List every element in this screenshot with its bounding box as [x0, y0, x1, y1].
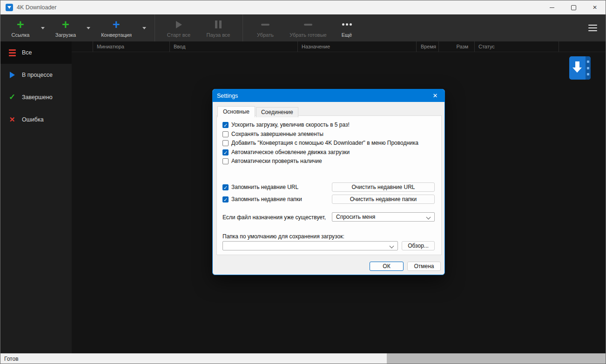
- add-conversion-dropdown-button[interactable]: [138, 14, 150, 41]
- sidebar: Все В процессе ✓ Завершено ✕ Ошибка: [0, 41, 72, 353]
- checkbox-keep-finished-label: Сохранять завершенные элементы: [231, 131, 323, 137]
- in-progress-play-icon: [8, 72, 16, 78]
- play-icon: [176, 21, 182, 28]
- clear-recent-folders-button[interactable]: Очистить недавние папки: [332, 195, 435, 204]
- status-text: Готов: [4, 356, 19, 362]
- settings-dialog: Settings ✕ Основные Соединение Ускорить …: [212, 89, 445, 275]
- minus-icon: [261, 24, 269, 26]
- checkbox-keep-finished[interactable]: [222, 131, 229, 137]
- sidebar-item-error[interactable]: ✕ Ошибка: [0, 108, 72, 131]
- remove-button[interactable]: Убрать: [247, 14, 283, 41]
- add-link-plus-icon: +: [17, 19, 24, 30]
- add-download-dropdown-button[interactable]: [82, 14, 94, 41]
- remove-finished-button[interactable]: Убрать готовые: [283, 14, 333, 41]
- sidebar-item-all-label: Все: [22, 49, 32, 56]
- checkbox-explorer-menu-label: Добавить "Конвертация с помощью 4K Downl…: [231, 140, 418, 146]
- checkbox-auto-check[interactable]: [222, 158, 229, 164]
- column-header-destination[interactable]: Назначение: [297, 41, 416, 52]
- checkbox-auto-update-engine-label: Автоматическое обновление движка загрузк…: [231, 149, 350, 155]
- toolbar-separator: [242, 14, 243, 41]
- sidebar-item-completed[interactable]: ✓ Завершено: [0, 86, 72, 108]
- status-section: Готов: [0, 353, 387, 364]
- sidebar-item-in-progress-label: В процессе: [22, 72, 53, 78]
- add-link-button[interactable]: + Ссылка: [4, 14, 37, 41]
- remove-finished-label: Убрать готовые: [290, 32, 326, 38]
- chevron-down-icon: [426, 215, 431, 220]
- column-header-time[interactable]: Время: [416, 41, 438, 52]
- checkbox-explorer-menu[interactable]: [222, 140, 229, 146]
- option-row: Запомнить недавние папки: [222, 196, 302, 202]
- browse-button[interactable]: Обзор...: [402, 241, 435, 250]
- maximize-button[interactable]: [563, 0, 584, 14]
- checkbox-remember-folders[interactable]: [222, 196, 229, 202]
- more-button[interactable]: Ещё: [333, 14, 361, 41]
- dialog-close-button[interactable]: ✕: [426, 89, 444, 102]
- add-link-dropdown-button[interactable]: [37, 14, 49, 41]
- add-download-plus-icon: +: [62, 19, 69, 30]
- pause-icon: [215, 20, 222, 28]
- overwrite-label: Если файл назначения уже существует,: [222, 214, 326, 221]
- statusbar: Готов: [0, 353, 606, 364]
- add-conversion-button[interactable]: + Конвертация: [94, 14, 138, 41]
- maximize-icon: [571, 5, 576, 10]
- sidebar-item-all[interactable]: Все: [0, 41, 72, 64]
- checkbox-auto-update-engine[interactable]: [222, 149, 229, 155]
- remove-label: Убрать: [257, 32, 274, 38]
- column-header-size[interactable]: Разм: [438, 41, 474, 52]
- add-conversion-plus-icon: +: [113, 19, 120, 30]
- pause-all-label: Пауза все: [207, 32, 230, 38]
- download-arrow-icon: [572, 61, 582, 73]
- overwrite-action-value: Спросить меня: [336, 214, 375, 220]
- chevron-down-icon: [390, 244, 394, 249]
- column-header-input[interactable]: Ввод: [169, 41, 297, 52]
- default-folder-label: Папка по умолчанию для сохранения загруз…: [222, 233, 344, 240]
- titlebar: 4K Downloader ✕: [0, 0, 606, 14]
- tab-connection[interactable]: Соединение: [256, 107, 298, 117]
- window-title: 4K Downloader: [17, 4, 56, 11]
- add-download-label: Загрузка: [55, 32, 76, 38]
- checkbox-remember-urls-label: Запомнить недавние URL: [231, 184, 298, 190]
- minus-icon: [304, 24, 312, 26]
- sidebar-item-in-progress[interactable]: В процессе: [0, 64, 72, 86]
- default-folder-combobox[interactable]: [222, 241, 398, 250]
- menu-button[interactable]: [588, 25, 597, 31]
- filter-all-icon: [8, 49, 16, 56]
- start-all-button[interactable]: Старт все: [159, 14, 198, 41]
- drop-target-icon[interactable]: [569, 56, 591, 80]
- add-download-button[interactable]: + Загрузка: [49, 14, 82, 41]
- column-header-status[interactable]: Статус: [474, 41, 559, 52]
- completed-check-icon: ✓: [8, 94, 16, 101]
- chevron-down-icon: [41, 27, 45, 29]
- dialog-tabs: Основные Соединение: [217, 106, 299, 117]
- error-cross-icon: ✕: [8, 116, 16, 123]
- checkbox-speed-boost-label: Ускорить загрузку, увеличив скорость в 5…: [231, 121, 350, 128]
- pause-all-button[interactable]: Пауза все: [198, 14, 238, 41]
- start-all-label: Старт все: [167, 32, 190, 38]
- option-row: Автоматически проверять наличие: [222, 158, 322, 164]
- option-row: Сохранять завершенные элементы: [222, 131, 323, 137]
- checkbox-remember-folders-label: Запомнить недавние папки: [231, 196, 302, 202]
- add-conversion-label: Конвертация: [101, 32, 132, 38]
- close-icon: ✕: [593, 5, 597, 10]
- minimize-button[interactable]: [541, 0, 563, 14]
- column-header-blank: [72, 41, 93, 52]
- cancel-button[interactable]: Отмена: [407, 262, 441, 271]
- minimize-icon: [550, 7, 554, 8]
- dialog-title: Settings: [217, 93, 238, 99]
- checkbox-speed-boost[interactable]: [222, 122, 229, 128]
- close-button[interactable]: ✕: [584, 0, 606, 14]
- checkbox-remember-urls[interactable]: [222, 184, 229, 190]
- sidebar-item-completed-label: Завершено: [22, 94, 53, 101]
- toolbar-separator: [155, 14, 155, 41]
- column-header-thumbnail[interactable]: Миниатюра: [93, 41, 169, 52]
- dialog-titlebar: Settings ✕: [213, 89, 444, 102]
- overwrite-action-select[interactable]: Спросить меня: [332, 212, 435, 222]
- filmstrip-icon: [586, 56, 591, 80]
- tab-general[interactable]: Основные: [217, 106, 255, 117]
- more-label: Ещё: [342, 32, 352, 38]
- app-window: 4K Downloader ✕ + Ссылка + Загрузка + Ко…: [0, 0, 606, 364]
- clear-recent-urls-button[interactable]: Очистить недавние URL: [332, 182, 435, 192]
- ok-button[interactable]: ОК: [370, 262, 404, 271]
- settings-panel: Ускорить загрузку, увеличив скорость в 5…: [216, 115, 442, 255]
- option-row: Ускорить загрузку, увеличив скорость в 5…: [222, 121, 350, 128]
